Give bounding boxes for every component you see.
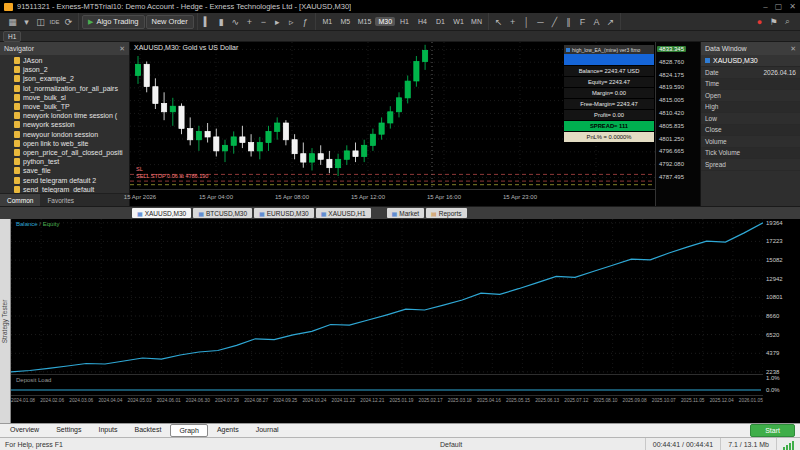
reports-tab[interactable]: ▤Reports <box>426 208 466 218</box>
tester-date-label: 2025.07.12 <box>564 398 588 403</box>
minimize-button[interactable]: – <box>763 2 767 11</box>
crosshair-icon[interactable]: + <box>506 15 519 28</box>
strategy-tester-label-text: Strategy Tester <box>2 299 9 343</box>
new-order-button[interactable]: New Order <box>146 15 194 29</box>
navigator-tab-favorites[interactable]: Favorites <box>40 194 81 206</box>
timeframe-d1-button[interactable]: D1 <box>432 17 449 26</box>
timeframe-m5-button[interactable]: M5 <box>337 17 354 26</box>
chart-area[interactable]: XAUUSD,M30: Gold vs US Dollar SL SELL ST… <box>130 42 655 206</box>
navigator-item[interactable]: JAson <box>0 56 129 65</box>
ea-action-button[interactable] <box>564 54 654 66</box>
tester-tab-graph[interactable]: Graph <box>170 424 207 437</box>
navigator-item-label: open link to web_site <box>23 140 88 147</box>
navigator-item-label: JAson <box>23 57 42 64</box>
tester-tab-overview[interactable]: Overview <box>2 424 47 435</box>
vertical-line-icon[interactable]: │ <box>520 15 533 28</box>
navigator-item[interactable]: move_bulk_TP <box>0 102 129 111</box>
tester-date-label: 2025.09.08 <box>623 398 647 403</box>
tester-tab-journal[interactable]: Journal <box>248 424 287 435</box>
close-button[interactable]: ✕ <box>789 2 796 11</box>
navigator-item[interactable]: send telegram default 2 <box>0 175 129 184</box>
time-axis-label: 15 Apr 08:00 <box>275 194 309 200</box>
profile-name[interactable]: Default <box>440 441 462 448</box>
cursor-icon[interactable]: ↖ <box>492 15 505 28</box>
new-chart-icon[interactable]: ▦ <box>6 15 19 28</box>
zoom-in-icon[interactable]: + <box>243 15 256 28</box>
algo-trading-button[interactable]: ▶Algo Trading <box>82 15 145 29</box>
refresh-icon[interactable]: ⟳ <box>62 15 75 28</box>
timeframe-mn-button[interactable]: MN <box>468 17 485 26</box>
connection-icon[interactable] <box>776 438 800 450</box>
tester-tab-agents[interactable]: Agents <box>209 424 247 435</box>
close-icon[interactable]: ✕ <box>119 45 125 53</box>
price-axis[interactable]: 4833.3454828.7604824.1754819.5904815.005… <box>655 42 700 206</box>
navigator-item-label: newyour london session <box>23 131 98 138</box>
tester-tab-settings[interactable]: Settings <box>48 424 89 435</box>
fibonacci-icon[interactable]: F <box>576 15 589 28</box>
text-tool-icon[interactable]: A <box>590 15 603 28</box>
navigator-item[interactable]: json_example_2 <box>0 74 129 83</box>
balance-equity-chart[interactable] <box>11 219 763 374</box>
navigator-item[interactable]: lot_normalization_for_all_pairs <box>0 84 129 93</box>
time-axis[interactable]: 15 Apr 202615 Apr 04:0015 Apr 08:0015 Ap… <box>130 189 655 206</box>
tester-date-label: 2024.10.24 <box>302 398 326 403</box>
timeframe-h1-button[interactable]: H1 <box>3 31 21 42</box>
navigator-item[interactable]: save_file <box>0 166 129 175</box>
horizontal-line-icon[interactable]: ─ <box>534 15 547 28</box>
chart-tab-xauusd-m30[interactable]: ▦XAUUSD,M30 <box>132 208 191 218</box>
timeframe-m15-button[interactable]: M15 <box>355 17 375 26</box>
timeframe-h1-button[interactable]: H1 <box>396 17 413 26</box>
chart-tab-xauusd-h1[interactable]: ▦XAUUSD,H1 <box>316 208 371 218</box>
start-button[interactable]: Start <box>750 424 795 437</box>
auto-scroll-icon[interactable]: ▸ <box>271 15 284 28</box>
chart-tab-btcusd-m30[interactable]: ▦BTCUSD,M30 <box>193 208 252 218</box>
navigator-item[interactable]: python_test <box>0 157 129 166</box>
navigator-item[interactable]: move_bulk_sl <box>0 93 129 102</box>
ea-panel-title: high_low_EA_(mine) ver3 ftmo <box>572 47 640 53</box>
tester-tab-backtest[interactable]: Backtest <box>127 424 170 435</box>
profiles-icon[interactable]: ◫ <box>34 15 47 28</box>
timeframe-m1-button[interactable]: M1 <box>319 17 336 26</box>
chart-tab-eurusd-m30[interactable]: ▦EURUSD,M30 <box>254 208 314 218</box>
script-icon <box>14 158 20 165</box>
chart-tab-bar: ▦XAUUSD,M30▦BTCUSD,M30▦EURUSD,M30▦XAUUSD… <box>0 206 800 219</box>
navigator-item[interactable]: newyour london session <box>0 130 129 139</box>
navigator-item-label: open_price_of_all_closed_positi <box>23 149 123 156</box>
navigator-item[interactable]: newyork london time session ( <box>0 111 129 120</box>
record-icon[interactable]: ● <box>753 15 766 28</box>
zoom-out-icon[interactable]: − <box>257 15 270 28</box>
navigator-item[interactable]: jason_2 <box>0 65 129 74</box>
bars-chart-icon[interactable]: ▍ <box>201 15 214 28</box>
candles-chart-icon[interactable]: ▮ <box>215 15 228 28</box>
tester-date-label: 2024.12.21 <box>360 398 384 403</box>
navigator-item[interactable]: send_telegram_default <box>0 185 129 193</box>
maximize-button[interactable]: ▢ <box>775 2 783 11</box>
alerts-icon[interactable]: ⚑ <box>767 15 780 28</box>
tester-axis-label: 6520 <box>766 332 779 338</box>
chart-shift-icon[interactable]: ▹ <box>285 15 298 28</box>
navigator-item[interactable]: open_price_of_all_closed_positi <box>0 148 129 157</box>
timeframe-m30-button[interactable]: M30 <box>375 17 395 26</box>
ide-button[interactable]: IDE <box>48 15 61 28</box>
tester-date-label: 2026.01.05 <box>739 398 763 403</box>
channel-icon[interactable]: ∥ <box>562 15 575 28</box>
window-controls: – ▢ ✕ <box>763 2 796 11</box>
indicators-icon[interactable]: ƒ <box>299 15 312 28</box>
chart-icon: ▦ <box>137 210 143 217</box>
close-icon[interactable]: ✕ <box>790 45 796 53</box>
search-icon[interactable]: ⌕ <box>781 15 794 28</box>
script-icon <box>14 140 20 147</box>
navigator-item[interactable]: open link to web_site <box>0 139 129 148</box>
arrow-tool-icon[interactable]: ↗ <box>604 15 617 28</box>
script-icon <box>14 66 20 73</box>
navigator-tab-common[interactable]: Common <box>0 194 40 206</box>
tester-tab-inputs[interactable]: Inputs <box>90 424 125 435</box>
data-window-field-value: 2026.04.16 <box>763 69 796 76</box>
timeframe-h4-button[interactable]: H4 <box>414 17 431 26</box>
timeframe-w1-button[interactable]: W1 <box>450 17 467 26</box>
navigator-item[interactable]: newyork session <box>0 120 129 129</box>
trendline-icon[interactable]: ╱ <box>548 15 561 28</box>
line-chart-icon[interactable]: ∿ <box>229 15 242 28</box>
chart-dropdown-icon[interactable]: ▾ <box>20 15 33 28</box>
market-tab[interactable]: ▦Market <box>387 208 425 218</box>
